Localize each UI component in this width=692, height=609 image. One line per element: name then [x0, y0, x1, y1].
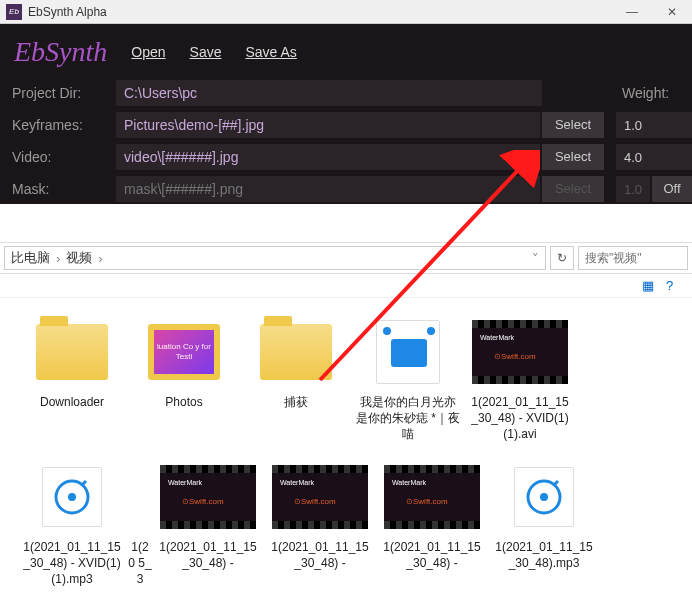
file-item[interactable]: 1(2021_01_11_15_30_48)_001.m — [128, 605, 240, 609]
explorer-nav-bar: 比电脑 › 视频 › ˅ ↻ — [0, 242, 692, 274]
audio-file-icon — [42, 467, 102, 527]
svg-point-1 — [68, 493, 76, 501]
minimize-button[interactable]: — — [612, 0, 652, 24]
file-label: 1(20 5_3 — [128, 539, 152, 588]
mask-weight-input — [616, 176, 650, 202]
file-label: 1(2021_01_11_15_30_48).mp3 — [492, 539, 596, 571]
ebsynth-panel: EbSynth Open Save Save As Project Dir: W… — [0, 24, 692, 204]
file-item[interactable]: WaterMark⊙Swift.com1(2021_01_11_15_30_48… — [464, 316, 576, 443]
menu-save-as[interactable]: Save As — [245, 44, 296, 60]
file-item[interactable]: 1(2021_01_11_15_30_48) - XVID(1)(1).mp3 — [16, 461, 128, 588]
keyframes-input[interactable] — [116, 112, 540, 138]
file-label: Downloader — [40, 394, 104, 410]
file-label: 1(2021_01_11_15_30_48) - XVID(1)(1).avi — [468, 394, 572, 443]
mask-input[interactable] — [116, 176, 540, 202]
chevron-down-icon[interactable]: ˅ — [526, 251, 545, 266]
explorer-toolbar: ▦ ? — [0, 274, 692, 298]
weight-header-label: Weight: — [608, 85, 692, 101]
file-label: 1(2021_01_11_15_30_48) - XVID(1)(1).mp3 — [20, 539, 124, 588]
menu-save[interactable]: Save — [190, 44, 222, 60]
mask-off-button[interactable]: Off — [652, 176, 692, 202]
audio-file-icon — [514, 467, 574, 527]
file-label: 捕获 — [284, 394, 308, 410]
mask-select-button: Select — [542, 176, 604, 202]
file-item[interactable]: WaterMark⊙Swift.com1(2021_01_11_15_30_48… — [264, 461, 376, 588]
video-file-icon — [376, 320, 440, 384]
video-label: Video: — [0, 149, 116, 165]
view-options-icon[interactable]: ▦ — [642, 278, 658, 294]
breadcrumb-seg-1[interactable]: 视频 — [64, 249, 94, 267]
window-titlebar: Eb EbSynth Alpha — ✕ — [0, 0, 692, 24]
file-item[interactable]: 1(20 5_3 — [128, 461, 152, 588]
file-item[interactable]: WaterMark⊙Swift.com1(2021_01_11_15_30_48… — [152, 461, 264, 588]
breadcrumb-seg-0[interactable]: 比电脑 — [9, 249, 52, 267]
mask-label: Mask: — [0, 181, 116, 197]
search-input[interactable] — [578, 246, 688, 270]
app-logo: EbSynth — [14, 36, 107, 68]
folder-icon — [36, 324, 108, 380]
keyframes-weight-input[interactable] — [616, 112, 692, 138]
breadcrumb[interactable]: 比电脑 › 视频 › ˅ — [4, 246, 546, 270]
menu-open[interactable]: Open — [131, 44, 165, 60]
window-title: EbSynth Alpha — [28, 5, 612, 19]
help-icon[interactable]: ? — [666, 278, 682, 294]
file-item[interactable]: 1(2021_01_11_15_30_48).mp3 — [488, 461, 600, 588]
video-thumbnail: WaterMark⊙Swift.com — [160, 465, 256, 529]
file-item[interactable]: 我是你的白月光亦是你的朱砂痣 *｜夜喵 — [352, 316, 464, 443]
refresh-button[interactable]: ↻ — [550, 246, 574, 270]
app-icon: Eb — [6, 4, 22, 20]
folder-icon — [260, 324, 332, 380]
folder-icon: luation Co y for Testi — [148, 324, 220, 380]
file-label: 1(2021_01_11_15_30_48) - — [156, 539, 260, 571]
file-label: 1(2021_01_11_15_30_48) - — [380, 539, 484, 571]
close-button[interactable]: ✕ — [652, 0, 692, 24]
file-item[interactable]: WaterMark⊙Swift.com1(2021_01_11_15_30_48… — [376, 461, 488, 588]
file-item[interactable]: WaterMark⊙Swift.com1(2021_01_11_15_30_48… — [16, 605, 128, 609]
project-dir-input[interactable] — [116, 80, 542, 106]
file-label: 1(2021_01_11_15_30_48) - — [268, 539, 372, 571]
project-dir-label: Project Dir: — [0, 85, 116, 101]
file-item[interactable]: Downloader — [16, 316, 128, 443]
file-grid: Downloaderluation Co y for TestiPhotos捕获… — [0, 298, 692, 609]
chevron-right-icon: › — [52, 251, 64, 266]
file-label: 我是你的白月光亦是你的朱砂痣 *｜夜喵 — [356, 394, 460, 443]
video-thumbnail: WaterMark⊙Swift.com — [272, 465, 368, 529]
file-item[interactable]: 捕获 — [240, 316, 352, 443]
file-label: Photos — [165, 394, 202, 410]
video-thumbnail: WaterMark⊙Swift.com — [384, 465, 480, 529]
chevron-right-icon: › — [94, 251, 106, 266]
video-weight-input[interactable] — [616, 144, 692, 170]
video-select-button[interactable]: Select — [542, 144, 604, 170]
file-item[interactable]: luation Co y for TestiPhotos — [128, 316, 240, 443]
video-thumbnail: WaterMark⊙Swift.com — [472, 320, 568, 384]
svg-point-3 — [540, 493, 548, 501]
keyframes-select-button[interactable]: Select — [542, 112, 604, 138]
keyframes-label: Keyframes: — [0, 117, 116, 133]
video-input[interactable] — [116, 144, 540, 170]
